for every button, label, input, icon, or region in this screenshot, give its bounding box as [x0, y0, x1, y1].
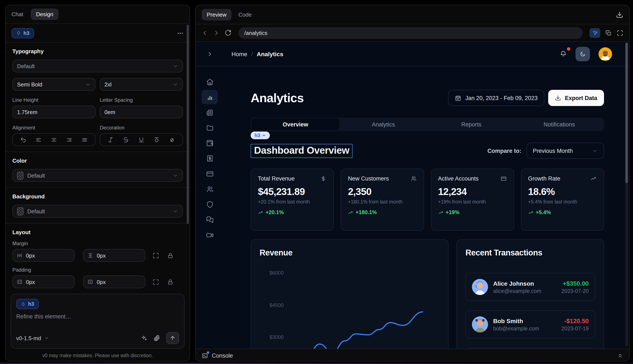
bottom-glow-decoration: [0, 363, 633, 364]
padding-expand-button[interactable]: [153, 279, 159, 285]
align-right-button[interactable]: [66, 136, 73, 143]
video-icon: [206, 231, 214, 239]
date-range-button[interactable]: Jan 20, 2023 - Feb 09, 2023: [448, 90, 544, 106]
overline-button[interactable]: [153, 136, 160, 143]
user-avatar[interactable]: [598, 47, 612, 61]
credit-card-icon: [500, 176, 507, 182]
date-range-value: Jan 20, 2023 - Feb 09, 2023: [465, 95, 538, 101]
margin-label: Margin: [12, 240, 183, 246]
theme-toggle-button[interactable]: [575, 46, 590, 61]
refine-input[interactable]: [16, 313, 179, 328]
composer-element-chip[interactable]: h3: [16, 299, 39, 309]
underline-button[interactable]: [138, 136, 144, 143]
tab-code[interactable]: Code: [239, 11, 252, 18]
lock-icon: [167, 279, 173, 285]
pointer-icon: [592, 30, 598, 36]
transactions-title: Recent Transactions: [466, 248, 595, 258]
padding-x-input[interactable]: 0px: [12, 276, 75, 288]
app-header: Home / Analytics: [196, 42, 629, 66]
color-select[interactable]: Default: [12, 169, 183, 182]
console-expand-button[interactable]: [617, 352, 623, 358]
tab-reports[interactable]: Reports: [427, 118, 515, 130]
left-panel-scrollbar[interactable]: [187, 25, 189, 224]
align-left-button[interactable]: [35, 136, 42, 143]
export-data-button[interactable]: Export Data: [548, 90, 604, 106]
tab-preview[interactable]: Preview: [202, 9, 232, 20]
receipt-icon: [206, 154, 214, 162]
tab-overview[interactable]: Overview: [252, 118, 339, 130]
forward-button[interactable]: [213, 30, 220, 36]
fullscreen-button[interactable]: [617, 30, 623, 36]
sidebar-item-wallet[interactable]: [202, 136, 218, 150]
tab-analytics[interactable]: Analytics: [339, 118, 428, 130]
strikethrough-button[interactable]: [123, 136, 129, 143]
margin-lock-button[interactable]: [167, 252, 173, 259]
bar-chart-icon: [206, 93, 214, 101]
sidebar-item-receipts[interactable]: [202, 151, 218, 166]
sidebar-item-home[interactable]: [202, 74, 218, 89]
model-select[interactable]: v0-1.5-md: [16, 335, 49, 341]
sidebar-item-messages[interactable]: [202, 212, 218, 227]
back-button[interactable]: [202, 30, 208, 36]
users-icon: [206, 185, 214, 193]
font-family-select[interactable]: Default: [12, 60, 183, 72]
url-input[interactable]: [244, 30, 577, 36]
trending-up-icon: [258, 210, 263, 215]
left-panel-tabs: Chat Design: [6, 5, 190, 24]
color-label: Color: [12, 158, 183, 164]
align-center-button[interactable]: [51, 136, 57, 143]
sidebar-item-security[interactable]: [202, 197, 218, 212]
maximize-icon: [153, 279, 159, 285]
url-bar[interactable]: [238, 27, 583, 38]
console-bar: Console: [196, 349, 629, 362]
alignment-reset-button[interactable]: [20, 136, 26, 143]
element-menu-button[interactable]: [177, 30, 184, 36]
line-height-input[interactable]: 1.75rem: [12, 106, 95, 118]
v0-editor-window: Chat Design h3 Typography Default Semi B…: [0, 0, 633, 364]
sidebar-item-files[interactable]: [202, 120, 218, 135]
padding-y-input[interactable]: 0px: [83, 276, 145, 288]
chevron-down-icon: [262, 133, 266, 138]
avatar: [472, 279, 488, 295]
design-select-mode-button[interactable]: [589, 28, 600, 38]
copy-button[interactable]: [605, 30, 612, 36]
font-size-select[interactable]: 2xl: [100, 78, 183, 91]
tab-design[interactable]: Design: [31, 8, 58, 20]
attach-file-button[interactable]: [153, 334, 160, 342]
align-justify-button[interactable]: [82, 136, 88, 143]
sidebar-item-news[interactable]: [202, 105, 218, 120]
tab-chat[interactable]: Chat: [12, 11, 23, 18]
compare-select[interactable]: Previous Month: [526, 142, 604, 159]
breadcrumb-home[interactable]: Home: [232, 50, 248, 57]
margin-expand-button[interactable]: [153, 252, 159, 259]
transaction-row: Bob Smith bob@example.com -$120.50 2023-…: [466, 310, 595, 338]
selected-element-badge[interactable]: h3: [12, 28, 34, 38]
italic-button[interactable]: [107, 136, 114, 143]
breadcrumb: Home / Analytics: [232, 50, 283, 57]
sidebar-expand-button[interactable]: [207, 51, 213, 57]
console-toggle[interactable]: [202, 352, 208, 359]
tab-notifications[interactable]: Notifications: [515, 118, 603, 130]
decoration-none-button[interactable]: [169, 136, 175, 143]
margin-y-input[interactable]: 0px: [83, 249, 145, 262]
download-button[interactable]: [616, 11, 623, 18]
refresh-button[interactable]: [225, 30, 232, 36]
notifications-button[interactable]: [560, 50, 567, 58]
sidebar-item-cards[interactable]: [202, 166, 218, 181]
preview-scrollbar-thumb[interactable]: [625, 42, 628, 183]
users-icon: [410, 176, 417, 182]
font-weight-select[interactable]: Semi Bold: [12, 78, 95, 91]
background-select[interactable]: Default: [12, 205, 183, 218]
avatar-image: [472, 316, 488, 332]
margin-x-input[interactable]: 0px: [12, 249, 75, 262]
align-justify-icon: [82, 136, 88, 143]
dashboard-overview-heading[interactable]: Dashboard Overview: [251, 144, 353, 158]
padding-lock-button[interactable]: [167, 279, 173, 285]
enhance-prompt-button[interactable]: [141, 334, 147, 342]
selection-tag-chip[interactable]: h3: [251, 132, 270, 139]
sidebar-item-customers[interactable]: [202, 182, 218, 196]
sidebar-item-analytics[interactable]: [202, 90, 218, 104]
send-button[interactable]: [166, 332, 179, 344]
sidebar-item-video[interactable]: [202, 228, 218, 242]
letter-spacing-input[interactable]: 0em: [100, 106, 183, 118]
